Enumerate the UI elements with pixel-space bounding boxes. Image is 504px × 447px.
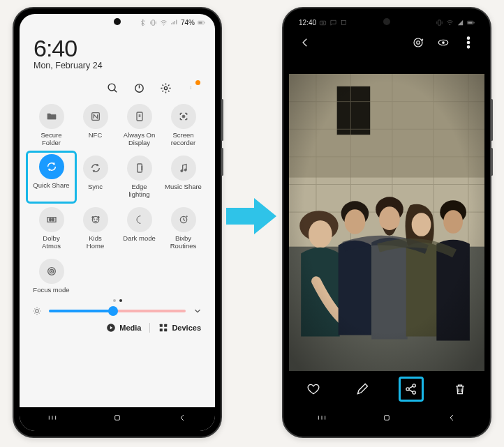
recorder-icon	[171, 104, 196, 129]
settings-button[interactable]	[159, 82, 172, 94]
search-button[interactable]	[106, 82, 119, 94]
svg-rect-39	[438, 20, 441, 24]
tile-nfc[interactable]: NFC	[73, 103, 117, 149]
svg-point-13	[182, 115, 185, 118]
viewer-bottom-bar	[289, 371, 484, 407]
play-icon	[106, 323, 116, 333]
volume-button	[491, 99, 493, 141]
media-button[interactable]: Media	[106, 323, 141, 333]
dark-icon	[127, 207, 152, 232]
nav-recents[interactable]	[316, 412, 327, 426]
clock-block: 6:40 Mon, February 24	[20, 31, 215, 72]
svg-rect-14	[137, 164, 142, 172]
nav-home[interactable]	[381, 412, 392, 426]
view-toggle-button[interactable]	[437, 36, 450, 52]
svg-rect-32	[165, 324, 168, 327]
kids-icon	[83, 207, 108, 232]
tile-label: BixbyRoutines	[170, 235, 197, 250]
tile-always-on-display[interactable]: Always OnDisplay	[117, 103, 161, 149]
camera-status-icon	[319, 19, 327, 26]
tile-music-share[interactable]: Music Share	[161, 154, 205, 200]
nav-back[interactable]	[446, 412, 457, 426]
svg-point-49	[467, 41, 469, 43]
tile-label: DolbyAtmos	[42, 235, 61, 250]
share-button[interactable]	[399, 377, 424, 402]
tile-label: Quick Share	[33, 182, 69, 190]
nfc-icon	[83, 104, 108, 129]
tile-label: NFC	[89, 132, 103, 139]
tile-label: Music Share	[165, 183, 202, 191]
notification-dot	[195, 80, 200, 85]
photo-viewport[interactable]	[289, 74, 484, 371]
tile-quick-share[interactable]: Quick Share	[26, 151, 77, 204]
panel-footer: Media Devices	[20, 317, 215, 335]
nav-recents[interactable]	[47, 412, 58, 426]
back-button[interactable]	[299, 36, 311, 52]
delete-button[interactable]	[447, 377, 473, 402]
time: 6:40	[34, 35, 201, 62]
tile-screen-recorder[interactable]: Screenrecorder	[161, 103, 205, 149]
nav-bar	[20, 407, 215, 431]
svg-rect-31	[160, 324, 163, 327]
favorite-button[interactable]	[301, 377, 326, 402]
battery-pct: 74%	[181, 19, 195, 26]
svg-rect-35	[115, 416, 120, 421]
tile-sync[interactable]: Sync	[73, 154, 117, 200]
tile-dark-mode[interactable]: Dark mode	[117, 206, 161, 252]
phone-gallery-viewer: 12:40	[282, 7, 491, 438]
tile-label: Sync	[88, 183, 103, 191]
more-button[interactable]	[462, 36, 475, 52]
chevron-down-icon[interactable]	[193, 306, 202, 316]
svg-point-50	[467, 46, 469, 48]
tile-dolby-atmos[interactable]: DolbyAtmos	[29, 206, 73, 252]
focus-icon	[39, 259, 64, 284]
bixby-vision-button[interactable]	[412, 36, 424, 52]
tile-kids-home[interactable]: KidsHome	[73, 206, 117, 252]
svg-point-1	[163, 24, 164, 25]
nav-home[interactable]	[112, 412, 123, 426]
devices-label: Devices	[172, 324, 201, 332]
svg-point-37	[322, 22, 324, 24]
vibrate-icon	[149, 19, 157, 26]
brightness-row	[20, 303, 215, 317]
svg-point-40	[450, 24, 450, 24]
signal-icon	[457, 19, 464, 26]
tile-bixby-routines[interactable]: BixbyRoutines	[161, 206, 205, 252]
tile-focus-mode[interactable]: Focus mode	[29, 257, 73, 296]
svg-point-44	[414, 38, 422, 47]
edit-button[interactable]	[350, 377, 375, 402]
more-button[interactable]	[186, 82, 198, 94]
svg-point-8	[191, 86, 191, 87]
status-time: 12:40	[299, 19, 316, 26]
svg-rect-0	[152, 20, 155, 24]
date: Mon, February 24	[34, 61, 201, 70]
media-label: Media	[119, 324, 141, 332]
tile-label: KidsHome	[87, 235, 104, 250]
tile-label: Dark mode	[123, 235, 155, 243]
tile-label: Focus mode	[33, 287, 69, 294]
quick-settings-grid: SecureFolder NFC Always OnDisplay Screen…	[20, 100, 215, 295]
svg-rect-38	[341, 20, 346, 24]
svg-rect-65	[289, 74, 484, 371]
svg-point-16	[184, 169, 186, 171]
nav-back[interactable]	[177, 412, 188, 426]
arrow-icon	[223, 194, 279, 238]
svg-point-15	[180, 169, 182, 172]
viewer-top-bar	[289, 31, 484, 56]
power-button-icon[interactable]	[133, 82, 145, 94]
tile-edge-lighting[interactable]: Edgelighting	[117, 154, 161, 200]
signal-icon	[170, 19, 178, 26]
svg-rect-69	[385, 416, 390, 421]
svg-point-22	[96, 218, 97, 219]
brightness-icon	[32, 306, 42, 316]
tile-secure-folder[interactable]: SecureFolder	[29, 103, 73, 149]
svg-rect-36	[320, 21, 325, 24]
svg-point-28	[51, 271, 52, 272]
svg-point-48	[467, 37, 469, 39]
photo-content	[289, 74, 484, 371]
vibrate-icon	[436, 19, 443, 26]
devices-button[interactable]: Devices	[158, 323, 201, 333]
tile-label: SecureFolder	[40, 132, 61, 147]
brightness-slider[interactable]	[49, 310, 186, 312]
music-icon	[171, 156, 196, 181]
